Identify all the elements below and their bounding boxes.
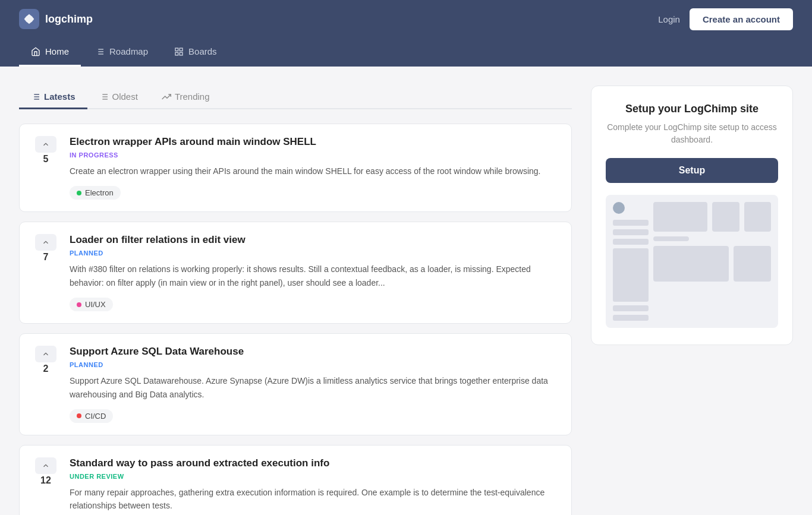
- svg-rect-8: [175, 52, 178, 55]
- preview-sidebar-row-2: [613, 229, 649, 235]
- vote-up-button[interactable]: [35, 234, 56, 251]
- tab-latests-label: Latests: [44, 91, 75, 102]
- post-description: With #380 filter on relations is working…: [70, 263, 557, 289]
- preview-card-1: [653, 202, 707, 232]
- post-content: Support Azure SQL Data Warehouse PLANNED…: [70, 346, 557, 423]
- tag-label: UI/UX: [85, 300, 106, 309]
- preview-mid-row: [653, 236, 771, 241]
- header: logchimp Login Create an account: [0, 0, 812, 38]
- preview-card-3: [744, 202, 772, 232]
- post-tag[interactable]: CI/CD: [70, 409, 113, 423]
- header-actions: Login Create an account: [658, 8, 793, 30]
- preview-label: [653, 236, 689, 241]
- svg-rect-7: [180, 48, 182, 51]
- post-title: Loader on filter relations in edit view: [70, 234, 557, 246]
- preview-sidebar-content: [613, 248, 649, 302]
- vote-box: 12: [34, 457, 58, 486]
- vote-count: 7: [43, 252, 49, 263]
- preview-card-2: [712, 202, 739, 232]
- create-account-button[interactable]: Create an account: [690, 8, 793, 30]
- preview-main: [653, 202, 771, 321]
- main-nav: Home Roadmap Boards: [0, 38, 812, 67]
- post-tag[interactable]: Electron: [70, 186, 121, 200]
- feed-area: Latests Oldest Trending 5 Electron wrapp…: [19, 86, 572, 515]
- tag-dot: [77, 191, 81, 195]
- preview-sidebar-row-4: [613, 305, 649, 311]
- setup-desc: Complete your LogChimp site setup to acc…: [606, 121, 778, 146]
- preview-sidebar-row-5: [613, 315, 649, 321]
- brand-area: logchimp: [19, 9, 93, 29]
- preview-card-sm-1: [653, 246, 729, 282]
- nav-label-boards: Boards: [188, 46, 217, 56]
- post-tag[interactable]: UI/UX: [70, 298, 113, 311]
- vote-box: 2: [34, 346, 58, 374]
- main-content: Latests Oldest Trending 5 Electron wrapp…: [0, 67, 812, 515]
- nav-label-home: Home: [45, 46, 69, 56]
- tab-trending[interactable]: Trending: [150, 86, 222, 109]
- post-title: Support Azure SQL Data Warehouse: [70, 346, 557, 358]
- post-description: Support Azure SQL Datawarehouse. Azure S…: [70, 374, 557, 401]
- setup-title: Setup your LogChimp site: [606, 103, 778, 115]
- post-title: Electron wrapper APIs around main window…: [70, 136, 557, 148]
- vote-count: 12: [40, 475, 51, 486]
- preview-sidebar-row-1: [613, 220, 649, 226]
- tab-oldest-label: Oldest: [112, 91, 138, 102]
- post-status: IN PROGRESS: [70, 151, 557, 159]
- post-title: Standard way to pass around extracted ex…: [70, 457, 557, 469]
- vote-up-button[interactable]: [35, 346, 56, 362]
- vote-up-button[interactable]: [35, 457, 56, 474]
- post-content: Electron wrapper APIs around main window…: [70, 136, 557, 200]
- post-description: For many repair approaches, gathering ex…: [70, 486, 557, 513]
- nav-item-roadmap[interactable]: Roadmap: [83, 38, 160, 67]
- post-card: 5 Electron wrapper APIs around main wind…: [19, 124, 572, 212]
- vote-box: 7: [34, 234, 58, 263]
- preview-bottom-row: [653, 246, 771, 282]
- setup-button[interactable]: Setup: [606, 158, 778, 183]
- svg-rect-6: [175, 48, 178, 51]
- sidebar: Setup your LogChimp site Complete your L…: [591, 86, 793, 345]
- svg-rect-9: [180, 52, 182, 55]
- posts-list: 5 Electron wrapper APIs around main wind…: [19, 124, 572, 515]
- tab-oldest[interactable]: Oldest: [87, 86, 150, 109]
- feed-tabs: Latests Oldest Trending: [19, 86, 572, 109]
- brand-name: logchimp: [45, 13, 93, 26]
- setup-card: Setup your LogChimp site Complete your L…: [591, 86, 793, 345]
- post-status: PLANNED: [70, 249, 557, 257]
- tag-label: Electron: [85, 188, 114, 197]
- post-status: UNDER REVIEW: [70, 473, 557, 480]
- tag-dot: [77, 302, 81, 307]
- vote-count: 2: [43, 364, 49, 374]
- vote-up-button[interactable]: [35, 136, 56, 153]
- tag-label: CI/CD: [85, 412, 106, 421]
- vote-box: 5: [34, 136, 58, 165]
- preview-icon: [613, 202, 625, 214]
- logo-icon: [19, 9, 39, 29]
- tag-dot: [77, 413, 81, 418]
- vote-count: 5: [43, 154, 49, 165]
- preview-card-sm-2: [734, 246, 771, 282]
- tab-trending-label: Trending: [175, 91, 210, 102]
- post-card: 12 Standard way to pass around extracted…: [19, 445, 572, 515]
- post-description: Create an electron wrapper using their A…: [70, 165, 557, 178]
- login-button[interactable]: Login: [658, 14, 680, 24]
- nav-item-home[interactable]: Home: [19, 38, 81, 67]
- post-content: Loader on filter relations in edit view …: [70, 234, 557, 311]
- preview-top-row: [653, 202, 771, 232]
- post-card: 2 Support Azure SQL Data Warehouse PLANN…: [19, 333, 572, 435]
- preview-sidebar-row-3: [613, 239, 649, 245]
- dashboard-preview: [606, 195, 778, 328]
- post-card: 7 Loader on filter relations in edit vie…: [19, 222, 572, 324]
- preview-sidebar: [613, 202, 649, 321]
- post-status: PLANNED: [70, 361, 557, 368]
- nav-label-roadmap: Roadmap: [109, 46, 148, 56]
- nav-item-boards[interactable]: Boards: [162, 38, 229, 67]
- tab-latests[interactable]: Latests: [19, 86, 87, 109]
- post-content: Standard way to pass around extracted ex…: [70, 457, 557, 515]
